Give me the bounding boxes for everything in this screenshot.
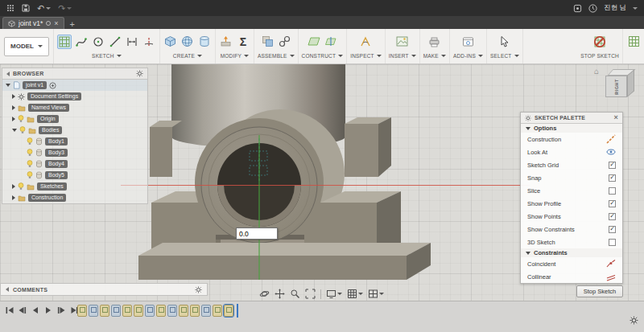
palette-row-coincident[interactable]: Coincident	[521, 257, 622, 270]
3d-print-icon[interactable]	[427, 35, 442, 49]
browser-row-bodies[interactable]: Bodies	[2, 125, 147, 136]
extension-icon[interactable]	[573, 4, 582, 13]
3d-sketch-checkbox[interactable]	[609, 239, 616, 246]
timeline-feature-icon[interactable]	[145, 305, 155, 317]
palette-row-3d-sketch[interactable]: 3D Sketch	[521, 236, 622, 248]
assemble-menu[interactable]: ASSEMBLE	[258, 53, 295, 59]
expander-icon[interactable]	[12, 195, 15, 200]
new-tab-button[interactable]: +	[70, 20, 75, 29]
timeline-feature-icon[interactable]	[111, 305, 121, 317]
press-pull-tool-icon[interactable]	[219, 35, 233, 49]
viewcube-front-face[interactable]: RIGHT	[605, 76, 627, 97]
clock-icon[interactable]	[588, 4, 597, 13]
modify-menu[interactable]: MODIFY	[221, 53, 249, 59]
timeline-feature-icon[interactable]	[213, 305, 222, 317]
browser-row-body3[interactable]: Body3	[2, 147, 147, 158]
zoom-icon[interactable]	[288, 288, 302, 300]
base-top-face[interactable]	[138, 243, 431, 256]
select-cursor-icon[interactable]	[497, 35, 512, 49]
inspect-menu[interactable]: INSPECT	[350, 53, 382, 59]
insert-image-icon[interactable]	[395, 35, 410, 49]
show-profile-checkbox[interactable]	[609, 200, 616, 207]
orbit-icon[interactable]	[258, 288, 271, 300]
expander-icon[interactable]	[12, 94, 15, 99]
timeline-position-marker[interactable]	[237, 304, 238, 318]
undo-icon[interactable]: ↶	[37, 4, 51, 13]
palette-row-slice[interactable]: Slice	[521, 184, 622, 197]
tab-close-icon[interactable]: ×	[54, 20, 58, 27]
snap-checkbox[interactable]	[609, 174, 616, 182]
timeline-feature-icon[interactable]	[156, 305, 166, 317]
lightbulb-icon[interactable]	[18, 115, 24, 123]
document-tab[interactable]: joint v1* ×	[2, 17, 64, 29]
sketch-grid-icon[interactable]	[626, 35, 641, 49]
expander-icon[interactable]	[12, 117, 15, 121]
palette-row-show-profile[interactable]: Show Profile	[521, 197, 622, 210]
expander-icon[interactable]	[6, 84, 10, 87]
browser-row-document-settings[interactable]: Document Settings	[2, 91, 147, 102]
stop-sketch-icon[interactable]	[592, 35, 607, 49]
lightbulb-icon[interactable]	[27, 149, 33, 157]
construction-axis-icon[interactable]	[324, 35, 338, 49]
timeline-feature-icon[interactable]	[224, 305, 233, 317]
circle-tool-icon[interactable]	[91, 35, 105, 49]
chevron-down-icon[interactable]	[633, 7, 638, 10]
spline-tool-icon[interactable]	[74, 35, 89, 49]
grid-settings-icon[interactable]	[345, 288, 365, 300]
make-menu[interactable]: MAKE	[423, 53, 446, 59]
browser-row-named-views[interactable]: Named Views	[2, 102, 147, 113]
palette-row-look-at[interactable]: Look At	[521, 146, 622, 158]
lightbulb-icon[interactable]	[27, 160, 33, 168]
timeline-feature-icon[interactable]	[122, 305, 132, 317]
dimension-input[interactable]	[236, 227, 278, 240]
workspace-switcher[interactable]: MODEL	[4, 37, 49, 56]
base-front-face[interactable]	[138, 256, 407, 280]
construction-icon[interactable]	[606, 134, 616, 144]
gear-icon[interactable]	[195, 286, 202, 293]
joint-tool-icon[interactable]	[277, 35, 291, 49]
expander-icon[interactable]	[12, 129, 17, 132]
timeline-settings-gear-icon[interactable]	[630, 316, 638, 326]
stop-sketch-button[interactable]: STOP SKETCH	[580, 53, 619, 59]
line-tool-icon[interactable]	[108, 35, 122, 49]
timeline-feature-icon[interactable]	[89, 305, 98, 317]
browser-row-construction[interactable]: Construction	[2, 192, 147, 203]
show-constraints-checkbox[interactable]	[609, 226, 616, 233]
measure-tool-icon[interactable]	[358, 35, 373, 49]
collapse-icon[interactable]	[6, 72, 10, 76]
palette-section-options[interactable]: Options	[521, 124, 622, 133]
cylinder-tool-icon[interactable]	[197, 35, 212, 49]
dimension-tool-icon[interactable]	[125, 35, 139, 49]
step-forward-button[interactable]	[56, 305, 67, 316]
lightbulb-icon[interactable]	[27, 137, 33, 146]
browser-row-body1[interactable]: Body1	[2, 136, 147, 147]
app-grid-icon[interactable]	[6, 4, 14, 12]
sketch-palette-header[interactable]: SKETCH PALETTE ×	[521, 113, 622, 124]
lightbulb-icon[interactable]	[18, 182, 24, 191]
expander-icon[interactable]	[12, 105, 15, 110]
timeline-feature-icon[interactable]	[77, 305, 87, 317]
viewcube-side-face[interactable]	[627, 69, 634, 97]
sketch-grid-checkbox[interactable]	[609, 162, 616, 169]
addins-window-icon[interactable]	[460, 35, 475, 49]
coincident-icon[interactable]	[606, 259, 616, 268]
new-component-icon[interactable]	[260, 35, 275, 49]
box-tool-icon[interactable]	[163, 35, 178, 49]
pan-icon[interactable]	[273, 288, 287, 300]
skip-to-start-button[interactable]	[4, 305, 15, 316]
timeline-feature-icon[interactable]	[190, 305, 200, 317]
timeline-feature-icon[interactable]	[179, 305, 188, 317]
look-at-icon[interactable]	[606, 147, 616, 157]
expander-icon[interactable]	[12, 184, 15, 189]
create-menu[interactable]: CREATE	[173, 53, 202, 59]
sketch-menu[interactable]: SKETCH	[92, 53, 122, 59]
browser-row-root[interactable]: joint v1	[2, 80, 147, 91]
viewcube[interactable]: ⌂ RIGHT	[594, 68, 641, 105]
viewports-icon[interactable]	[366, 288, 386, 300]
construct-menu[interactable]: CONSTRUCT	[302, 53, 344, 59]
browser-row-origin[interactable]: Origin	[2, 113, 147, 125]
timeline-feature-icon[interactable]	[134, 305, 143, 317]
palette-row-collinear[interactable]: Collinear	[521, 270, 622, 283]
palette-section-constraints[interactable]: Constraints	[521, 248, 622, 257]
gear-icon[interactable]	[136, 70, 143, 77]
